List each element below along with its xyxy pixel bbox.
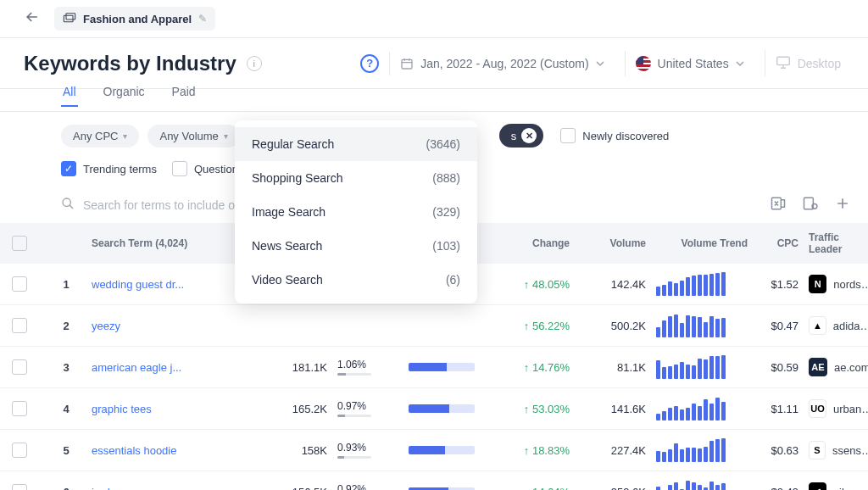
dropdown-item[interactable]: Shopping Search(888) xyxy=(235,161,477,195)
rank: 5 xyxy=(46,444,86,457)
traffic-leader[interactable]: S ssense.... xyxy=(804,441,868,459)
add-icon[interactable] xyxy=(834,195,851,214)
search-term-link[interactable]: yeezy xyxy=(86,320,256,332)
filter-cpc[interactable]: Any CPC ▾ xyxy=(61,125,139,148)
favicon: UO xyxy=(809,399,826,418)
device-picker: Desktop xyxy=(765,50,851,76)
col-volume-trend[interactable]: Volume Trend xyxy=(651,237,753,249)
dropdown-item[interactable]: Video Search(6) xyxy=(235,263,477,297)
search-term-link[interactable]: jordans xyxy=(86,486,256,491)
search-type-dropdown[interactable]: Regular Search(3646)Shopping Search(888)… xyxy=(235,120,477,303)
favicon: N xyxy=(809,275,826,293)
traffic-leader[interactable]: AE ae.com xyxy=(804,358,868,376)
traffic-leader[interactable]: ▲ adidas.... xyxy=(804,316,868,335)
trending-terms-checkbox[interactable]: ✓ Trending terms xyxy=(61,161,157,176)
row-checkbox[interactable] xyxy=(12,401,27,416)
table-row: 2 yeezy ↑ 56.22% 500.2K $0.47 ▲ adidas..… xyxy=(0,305,868,347)
volume-value: 81.1K xyxy=(575,361,651,374)
col-search-term[interactable]: Search Term (4,024) xyxy=(86,237,256,249)
traffic-leader[interactable]: UO urbano... xyxy=(804,399,868,418)
dropdown-item-count: (3646) xyxy=(426,137,460,151)
col-cpc[interactable]: CPC xyxy=(753,237,804,249)
chip-label: s xyxy=(511,130,517,142)
dropdown-item[interactable]: News Search(103) xyxy=(235,229,477,263)
row-checkbox[interactable] xyxy=(12,443,27,458)
share-value: 0.92% xyxy=(332,483,403,490)
desktop-icon xyxy=(776,55,791,71)
domain-label: ssense.... xyxy=(832,444,868,457)
search-term-link[interactable]: essentials hoodie xyxy=(86,444,256,457)
clicks-value: 156.5K xyxy=(256,486,332,491)
dropdown-item[interactable]: Regular Search(3646) xyxy=(235,127,477,161)
change-value: ↑ 48.05% xyxy=(497,278,575,291)
traffic-leader[interactable]: N nordstr... xyxy=(804,275,868,293)
filter-volume[interactable]: Any Volume ▾ xyxy=(147,125,239,148)
checkbox-checked-icon: ✓ xyxy=(61,161,76,176)
newly-discovered-checkbox[interactable]: Newly discovered xyxy=(560,128,669,143)
dropdown-item-label: Video Search xyxy=(252,273,323,287)
col-traffic-leader[interactable]: Traffic Leader xyxy=(804,231,868,255)
competition-bar xyxy=(403,446,497,454)
active-filter-chip[interactable]: s ✕ xyxy=(499,124,544,148)
export-excel-icon[interactable] xyxy=(770,195,787,214)
settings-gear-icon[interactable] xyxy=(802,195,819,214)
close-icon[interactable]: ✕ xyxy=(521,128,537,143)
date-range-label: Jan, 2022 - Aug, 2022 (Custom) xyxy=(420,57,588,70)
svg-rect-1 xyxy=(66,14,75,19)
info-icon[interactable]: i xyxy=(247,56,262,71)
chevron-down-icon xyxy=(736,59,744,68)
traffic-leader[interactable]: ✔ nike.com xyxy=(804,482,868,490)
rank: 4 xyxy=(46,403,86,415)
col-change[interactable]: Change xyxy=(497,237,575,249)
rank: 1 xyxy=(46,278,86,291)
tab-paid[interactable]: Paid xyxy=(170,85,198,107)
dropdown-item-label: Image Search xyxy=(252,205,326,219)
volume-trend-chart xyxy=(651,397,753,420)
share-value: 0.93% xyxy=(332,442,403,459)
country-picker[interactable]: United States xyxy=(625,51,754,76)
search-term-link[interactable]: american eagle j... xyxy=(86,361,256,374)
dropdown-item[interactable]: Image Search(329) xyxy=(235,195,477,229)
share-value: 1.06% xyxy=(332,359,403,376)
volume-value: 227.4K xyxy=(575,444,651,457)
search-term-link[interactable]: wedding guest dr... xyxy=(86,278,256,291)
row-checkbox[interactable] xyxy=(12,276,27,292)
tab-all[interactable]: All xyxy=(61,85,78,107)
trending-terms-label: Trending terms xyxy=(83,163,157,175)
date-range-picker[interactable]: Jan, 2022 - Aug, 2022 (Custom) xyxy=(389,52,614,75)
breadcrumb[interactable]: Fashion and Apparel ✎ xyxy=(54,7,215,31)
newly-discovered-label: Newly discovered xyxy=(582,130,669,142)
filter-volume-label: Any Volume xyxy=(159,130,218,142)
dropdown-item-label: Shopping Search xyxy=(252,171,342,185)
checkbox-icon xyxy=(172,161,187,176)
favicon: ✔ xyxy=(809,482,826,490)
change-value: ↑ 18.83% xyxy=(497,444,575,457)
question-checkbox[interactable]: Question xyxy=(172,161,238,176)
cpc-value: $0.47 xyxy=(753,320,804,332)
volume-trend-chart xyxy=(651,272,753,296)
volume-value: 500.2K xyxy=(575,320,651,332)
table-row: 4 graphic tees 165.2K 0.97% ↑ 53.03% 141… xyxy=(0,388,868,430)
cpc-value: $0.63 xyxy=(753,444,804,457)
dropdown-item-label: Regular Search xyxy=(252,137,334,151)
back-arrow-icon[interactable] xyxy=(24,8,41,30)
favicon: AE xyxy=(809,358,827,376)
search-term-link[interactable]: graphic tees xyxy=(86,403,256,415)
help-icon[interactable]: ? xyxy=(360,54,379,73)
favicon: ▲ xyxy=(809,316,826,335)
select-all-checkbox[interactable] xyxy=(12,236,27,251)
row-checkbox[interactable] xyxy=(12,484,27,490)
domain-label: nordstr... xyxy=(833,278,868,291)
tab-organic[interactable]: Organic xyxy=(102,85,147,107)
domain-label: nike.com xyxy=(833,486,868,491)
favicon: S xyxy=(809,441,826,459)
row-checkbox[interactable] xyxy=(12,318,27,333)
col-volume[interactable]: Volume xyxy=(575,237,651,249)
table-row: 6 jordans 156.5K 0.92% ↑ 14.64% 359.6K $… xyxy=(0,471,868,490)
rank: 2 xyxy=(46,320,86,332)
row-checkbox[interactable] xyxy=(12,359,27,375)
domain-label: ae.com xyxy=(834,361,868,374)
pencil-icon[interactable]: ✎ xyxy=(198,13,207,25)
volume-trend-chart xyxy=(651,355,753,379)
country-label: United States xyxy=(658,57,729,70)
